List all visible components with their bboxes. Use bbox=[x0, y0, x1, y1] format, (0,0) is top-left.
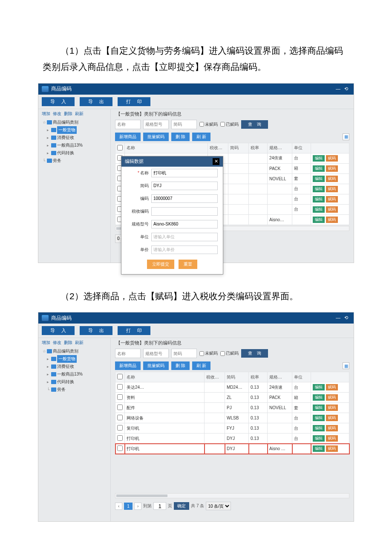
row-edit-button[interactable]: 编辑 bbox=[313, 394, 325, 401]
row-checkbox[interactable] bbox=[117, 445, 123, 451]
close-icon[interactable]: ✕ bbox=[213, 158, 219, 165]
submit-button[interactable]: 立即提交 bbox=[147, 260, 174, 269]
checkbox-coded[interactable]: 已赋码 bbox=[220, 121, 239, 127]
batch-code-button[interactable]: 批量赋码 bbox=[143, 133, 169, 141]
pager-page-1[interactable]: 1 bbox=[124, 503, 133, 510]
tree-root[interactable]: ☆商品编码类别 bbox=[42, 119, 107, 126]
tree-node-goods-13[interactable]: ▸一般商品13% bbox=[42, 142, 107, 149]
row-edit-button[interactable]: 编辑 bbox=[313, 176, 325, 182]
row-code-button[interactable]: 赋码 bbox=[326, 405, 338, 411]
row-edit-button[interactable]: 编辑 bbox=[313, 445, 325, 452]
checkbox-uncoded[interactable]: 未赋码 bbox=[199, 350, 218, 356]
tree-node-general-goods[interactable]: ▸一般货物 bbox=[42, 355, 107, 363]
reset-button[interactable]: 重置 bbox=[179, 260, 197, 269]
refresh-button[interactable]: 刷 新 bbox=[192, 133, 210, 141]
col-name[interactable]: 名称 bbox=[125, 372, 205, 382]
row-checkbox[interactable] bbox=[117, 425, 123, 431]
tree-node-general-goods[interactable]: ▸一般货物 bbox=[42, 126, 107, 134]
row-edit-button[interactable]: 编辑 bbox=[313, 435, 325, 442]
grid-toggle-icon[interactable]: ▦ bbox=[343, 362, 349, 369]
table-row[interactable]: 网络设备WLSB0.13台编辑 赋码 bbox=[115, 413, 349, 423]
tree-node-code-convert[interactable]: ▸代码转换 bbox=[42, 378, 107, 386]
minimize-icon[interactable]: — bbox=[336, 315, 342, 321]
h-scrollbar[interactable] bbox=[115, 493, 349, 498]
grid-toggle-icon[interactable]: ▦ bbox=[343, 133, 349, 140]
select-all-checkbox[interactable] bbox=[117, 374, 123, 379]
col-spec[interactable]: 规格… bbox=[268, 143, 292, 153]
col-code[interactable]: 简码 bbox=[225, 372, 249, 382]
field-name[interactable] bbox=[151, 169, 218, 177]
import-button[interactable]: 导 入 bbox=[42, 97, 75, 106]
tree-edit[interactable]: 修改 bbox=[53, 111, 61, 117]
search-name-input[interactable] bbox=[115, 349, 141, 358]
import-button[interactable]: 导 入 bbox=[42, 326, 75, 335]
row-checkbox[interactable] bbox=[117, 384, 123, 390]
tree-refresh[interactable]: 刷新 bbox=[75, 111, 84, 117]
search-code-input[interactable] bbox=[171, 120, 197, 129]
row-edit-button[interactable]: 编辑 bbox=[313, 186, 325, 192]
tree-node-labor[interactable]: └劳务 bbox=[42, 386, 107, 393]
search-button[interactable]: 查 询 bbox=[241, 349, 268, 358]
row-edit-button[interactable]: 编辑 bbox=[313, 425, 325, 431]
tree-edit[interactable]: 修改 bbox=[53, 340, 61, 346]
col-name[interactable]: 名称 bbox=[125, 143, 208, 153]
row-checkbox[interactable] bbox=[117, 435, 123, 441]
row-code-button[interactable]: 赋码 bbox=[326, 384, 338, 390]
field-spec[interactable] bbox=[151, 220, 218, 228]
row-edit-button[interactable]: 编辑 bbox=[313, 217, 325, 223]
row-code-button[interactable]: 赋码 bbox=[326, 186, 338, 192]
refresh-button[interactable]: 刷 新 bbox=[192, 361, 210, 370]
row-checkbox[interactable] bbox=[117, 415, 123, 420]
checkbox-uncoded[interactable]: 未赋码 bbox=[199, 121, 218, 127]
col-spec[interactable]: 规格… bbox=[268, 372, 292, 382]
tree-node-goods-13[interactable]: ▸一般商品13% bbox=[42, 370, 107, 378]
row-code-button[interactable]: 赋码 bbox=[326, 196, 338, 202]
tree-node-labor[interactable]: └劳务 bbox=[42, 157, 107, 165]
tree-node-consumption[interactable]: ▸消费征收 bbox=[42, 134, 107, 142]
table-row[interactable]: 打印机DYJAisno …编辑 赋码 bbox=[115, 444, 349, 454]
col-tax[interactable]: 税收… bbox=[208, 143, 228, 153]
field-unit[interactable] bbox=[151, 233, 218, 241]
export-button[interactable]: 导 出 bbox=[80, 97, 112, 106]
add-product-button[interactable]: 新增商品 bbox=[115, 361, 141, 370]
tree-refresh[interactable]: 刷新 bbox=[75, 340, 84, 346]
add-product-button[interactable]: 新增商品 bbox=[115, 133, 141, 141]
row-code-button[interactable]: 赋码 bbox=[326, 206, 338, 213]
delete-button[interactable]: 删 除 bbox=[171, 361, 190, 370]
row-code-button[interactable]: 赋码 bbox=[326, 415, 338, 421]
back-icon[interactable]: ⟲ bbox=[344, 315, 350, 321]
export-button[interactable]: 导 出 bbox=[80, 326, 112, 335]
row-edit-button[interactable]: 编辑 bbox=[313, 155, 325, 162]
row-code-button[interactable]: 赋码 bbox=[326, 394, 338, 401]
field-taxcode[interactable] bbox=[151, 207, 218, 216]
table-row[interactable]: 复印机FYJ0.13台编辑 赋码 bbox=[115, 423, 349, 434]
col-tax[interactable]: 税收… bbox=[205, 372, 225, 382]
col-rate[interactable]: 税率 bbox=[249, 372, 268, 382]
table-row[interactable]: 打印机DYJ0.13台编辑 赋码 bbox=[115, 434, 349, 444]
search-code-input[interactable] bbox=[171, 349, 197, 358]
row-edit-button[interactable]: 编辑 bbox=[313, 165, 325, 172]
tree-node-code-convert[interactable]: ▸代码转换 bbox=[42, 149, 107, 157]
tree-root[interactable]: ☆商品编码类别 bbox=[42, 347, 107, 355]
tree-add[interactable]: 增加 bbox=[42, 340, 50, 346]
row-edit-button[interactable]: 编辑 bbox=[313, 384, 325, 390]
back-icon[interactable]: ⟲ bbox=[344, 86, 350, 92]
row-code-button[interactable]: 赋码 bbox=[326, 435, 338, 442]
tree-del[interactable]: 删除 bbox=[64, 340, 72, 346]
col-rate[interactable]: 税率 bbox=[249, 143, 268, 153]
field-price[interactable] bbox=[151, 246, 218, 254]
row-code-button[interactable]: 赋码 bbox=[326, 445, 338, 452]
print-button[interactable]: 打 印 bbox=[118, 326, 150, 335]
page-size-select[interactable]: 10 条/页 bbox=[206, 502, 231, 510]
checkbox-coded[interactable]: 已赋码 bbox=[220, 350, 239, 356]
minimize-icon[interactable]: — bbox=[336, 86, 342, 92]
row-edit-button[interactable]: 编辑 bbox=[313, 206, 325, 213]
print-button[interactable]: 打 印 bbox=[118, 97, 150, 106]
tree-del[interactable]: 删除 bbox=[64, 111, 72, 117]
pager-next[interactable]: › bbox=[134, 503, 141, 510]
search-model-input[interactable] bbox=[143, 120, 169, 129]
pager-jump-input[interactable] bbox=[153, 502, 166, 510]
pager-prev[interactable]: ‹ bbox=[115, 503, 122, 510]
row-edit-button[interactable]: 编辑 bbox=[313, 415, 325, 421]
delete-button[interactable]: 删 除 bbox=[171, 133, 190, 141]
